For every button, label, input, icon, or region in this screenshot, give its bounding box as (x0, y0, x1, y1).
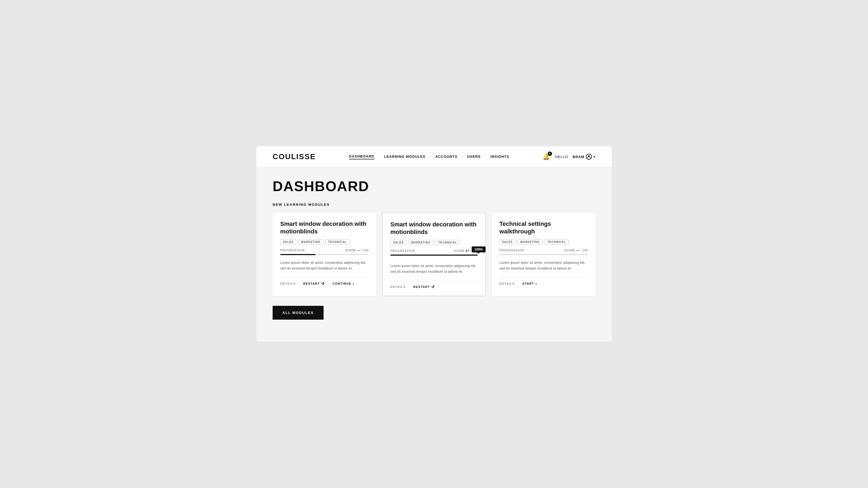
card-1-progress-bar-bg (280, 254, 369, 255)
card-1-description: Lorem ipsum dolor sit amet, consectetur … (280, 260, 369, 271)
card-3-tag-marketing: MARKETING (518, 239, 542, 245)
card-3-score-label: SCORE — / 100 (564, 249, 588, 252)
header: COULISSE DASHBOARD LEARNING MODULES ACCO… (256, 147, 612, 167)
card-1-progress-section: PROGRESSION SCORE — / 100 (280, 249, 369, 252)
module-card-2: Smart window decoration with motionblind… (382, 213, 486, 296)
notifications-bell[interactable]: 🔔 5 (542, 153, 550, 160)
card-2-progress-bar-fill: 100% (390, 255, 478, 256)
main-content: DASHBOARD NEW LEARNING MODULES Smart win… (256, 167, 612, 336)
restart-icon-2: ↺ (431, 285, 435, 289)
card-3-actions: DETAILS START › (499, 278, 588, 286)
card-1-actions: DETAILS RESTART ↺ CONTINUE › (280, 278, 369, 286)
card-3-tag-sales: SALES (499, 239, 516, 245)
card-1-title: Smart window decoration with motionblind… (280, 220, 369, 235)
card-1-restart-button[interactable]: RESTART ↺ (303, 282, 325, 286)
card-1-continue-button[interactable]: CONTINUE › (333, 282, 354, 286)
card-1-tags: SALES MARKETING TECHNICAL (280, 239, 369, 245)
username: BRAM (572, 155, 584, 159)
nav-accounts[interactable]: ACCOUNTS (435, 155, 458, 159)
card-2-tag-sales: SALES (390, 240, 406, 245)
card-3-progression-label: PROGRESSION (499, 249, 524, 252)
card-2-description: Lorem ipsum dolor sit amet, consectetur … (390, 263, 478, 274)
user-dropdown-chevron: ▾ (593, 155, 595, 159)
card-2-score-label: SCORE 67 / 100 (454, 250, 478, 252)
card-2-tag-marketing: MARKETING (408, 240, 433, 245)
card-1-progression-label: PROGRESSION (280, 249, 305, 252)
restart-icon: ↺ (321, 282, 325, 286)
nav-insights[interactable]: INSIGHTS (490, 155, 509, 159)
nav-dashboard[interactable]: DASHBOARD (349, 154, 375, 159)
module-card-3: Technical settings walkthrough SALES MAR… (492, 213, 595, 296)
start-arrow-icon: › (535, 282, 537, 286)
card-1-tag-sales: SALES (280, 239, 296, 245)
card-3-description: Lorem ipsum dolor sit amet, consectetur … (499, 260, 588, 271)
card-1-tag-marketing: MARKETING (299, 239, 323, 245)
nav-users[interactable]: USERS (467, 155, 480, 159)
card-2-progress-bar-bg: 100% (390, 255, 478, 256)
card-2-progression-label: PROGRESSION (390, 250, 415, 252)
module-card-1: Smart window decoration with motionblind… (273, 213, 376, 296)
continue-arrow-icon: › (352, 282, 354, 286)
all-modules-button[interactable]: ALL MODULES (273, 306, 323, 320)
greeting-text: HELLO (555, 155, 568, 159)
card-2-title: Smart window decoration with motionblind… (390, 221, 478, 236)
card-3-progress-section: PROGRESSION SCORE — / 100 (499, 249, 588, 252)
card-2-tags: SALES MARKETING TECHNICAL (390, 240, 478, 245)
learning-modules-grid: Smart window decoration with motionblind… (273, 213, 595, 296)
card-3-start-button[interactable]: START › (522, 282, 537, 286)
card-3-details-button[interactable]: DETAILS (499, 282, 515, 285)
card-1-details-button[interactable]: DETAILS (280, 282, 296, 285)
card-3-tags: SALES MARKETING TECHNICAL (499, 239, 588, 245)
card-3-tag-technical: TECHNICAL (545, 239, 569, 245)
header-right: 🔔 5 HELLO BRAM ▾ (542, 153, 595, 160)
logo: COULISSE (273, 152, 316, 161)
notifications-badge: 5 (548, 152, 552, 156)
card-2-progress-section: PROGRESSION SCORE 67 / 100 (390, 250, 478, 252)
card-3-progress-bar-bg (499, 254, 588, 255)
section-title: NEW LEARNING MODULES (273, 202, 595, 206)
card-2-restart-button[interactable]: RESTART ↺ (413, 285, 435, 289)
page-title: DASHBOARD (273, 178, 595, 194)
nav-learning-modules[interactable]: LEARNING MODULES (384, 155, 426, 159)
page-wrapper: COULISSE DASHBOARD LEARNING MODULES ACCO… (256, 147, 612, 341)
card-2-actions: DETAILS RESTART ↺ (390, 281, 478, 289)
main-nav: DASHBOARD LEARNING MODULES ACCOUNTS USER… (349, 154, 509, 159)
user-greeting[interactable]: HELLO BRAM ▾ (555, 154, 595, 160)
card-1-progress-bar-fill (280, 254, 315, 255)
card-2-tag-technical: TECHNICAL (436, 240, 460, 245)
card-1-score-label: SCORE — / 100 (345, 249, 369, 252)
card-1-tag-technical: TECHNICAL (326, 239, 350, 245)
user-avatar-icon (586, 154, 592, 160)
card-2-details-button[interactable]: DETAILS (390, 285, 406, 289)
card-3-title: Technical settings walkthrough (499, 220, 588, 235)
